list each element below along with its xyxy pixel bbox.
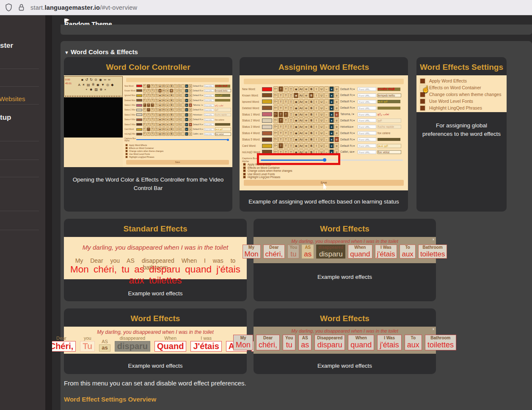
color-swatch: [262, 99, 272, 104]
checkbox-icon: [125, 150, 128, 152]
checkbox-icon: [419, 105, 426, 111]
sample-text: [378, 107, 400, 110]
card-caption: Example of assigning word effects based …: [245, 198, 403, 206]
font-url-input: Font URL.: [204, 94, 214, 97]
card-caption: Example word effects: [69, 362, 242, 370]
word-token: To aux: [400, 245, 415, 259]
checkbox-row: Highlight LingQed Phrases: [125, 155, 163, 158]
sidebar-item-languagemaster[interactable]: ster: [0, 41, 13, 50]
word-token: AS as: [298, 335, 311, 350]
checkbox-row: Apply Word Effects: [125, 143, 163, 146]
effect-icons: T⁺TTṮ◉Az⊛BIU⇔●α: [143, 123, 192, 127]
random-theme-section[interactable]: [61, 25, 532, 35]
sample-text: fuchs rapide: [215, 113, 231, 116]
font-url-input: Font URL.: [358, 125, 376, 129]
color-swatch: [136, 133, 142, 135]
screenshot-assigning-effects: New Word: T⁺TTṮ◉Az⊛BIU⇔●α Default Fc Fon…: [240, 75, 408, 190]
sidebar-item-setup[interactable]: tup: [0, 113, 11, 122]
card-word-color-controller: Word Color Controller 0:00 45:01 ■ ↺ ↻ ⊙…: [64, 57, 232, 212]
font-url-input: Font URL.: [204, 128, 214, 131]
checkbox-row: Use Word Level Fonts: [416, 98, 507, 105]
font-select: Default Fc: [340, 100, 356, 103]
font-select: Default Fc: [340, 132, 356, 135]
font-url-input: Font URL.: [358, 144, 376, 148]
effect-icons: T⁺TTṮ◉Az⊛BIU⇔●α: [273, 112, 339, 117]
effect-icons: T⁺TTṮ◉Az⊛BIU⇔●α: [273, 137, 339, 142]
checkbox-icon: [243, 169, 246, 172]
card-caption: Example word effects: [259, 273, 431, 281]
font-select: Calibri, sa: [340, 150, 356, 154]
color-swatch: [136, 113, 142, 116]
checkbox-icon: [125, 144, 128, 146]
effect-icons: T⁺TTṮ◉Az⊛BIU⇔●α: [273, 118, 339, 123]
settings-row: Ignored Word: T⁺TTṮ◉Az⊛BIU⇔●α Default Fc…: [124, 94, 231, 98]
settings-row: Status 4 Word: T⁺TTṮ◉Az⊛BIU⇔●α Default F…: [124, 118, 231, 122]
font-url-input: Font URL.: [358, 131, 376, 135]
url-text[interactable]: start.languagemaster.io/#vt-overview: [30, 4, 137, 11]
word-token: AS as: [302, 245, 314, 259]
settings-rows: New Word: T⁺TTṮ◉Az⊛BIU⇔●α Default Fc Fon…: [242, 86, 406, 155]
card-title: Word Effects: [254, 224, 436, 234]
slider-handle: [227, 139, 229, 141]
effect-icons: T⁺TTṮ◉Az⊛BIU⇔●α: [143, 108, 192, 112]
color-swatch: [136, 94, 142, 97]
effect-icons: T⁺TTṮ◉Az⊛BIU⇔●α: [273, 130, 339, 136]
settings-row: Status 3 Word: T⁺TTṮ◉Az⊛BIU⇔●α Helvetica…: [242, 124, 406, 129]
settings-row: Card Word: T⁺TTṮ◉Az⊛BIU⇔●α Default Fc Fo…: [124, 127, 231, 132]
sidebar-divider: [0, 160, 39, 160]
settings-row: Status 1 Word: T⁺TTṮ◉Az⊛BIU⇔●α Tahoma, I…: [242, 112, 406, 117]
video-control-icons: ■ ↺ ↻ ⊙ ◉ ∞ ∞ A ☀ ▤ ※ ◉ ▼ ◎ ◆ + ☻ ▨ ⊗ ×: [70, 77, 122, 92]
word-token: Bathroom toilettes: [425, 335, 456, 350]
sidebar-item-websites[interactable]: Websites: [0, 95, 25, 102]
font-select: Tahoma, I: [193, 104, 203, 106]
settings-row: noLingQ Word: T⁺TTṮ◉Az⊛BIU⇔●α Calibri, s…: [124, 132, 231, 136]
color-swatch: [262, 138, 272, 142]
font-select: Default Fc: [340, 138, 356, 141]
word-token: When quand: [348, 245, 372, 259]
word-token: Bathroom toilettes: [418, 245, 447, 259]
font-url-input: Font URL.: [358, 118, 376, 122]
color-swatch: [262, 144, 272, 148]
card-standard-effects: Standard Effects My darling, you disappe…: [64, 219, 247, 301]
expand-arrow-icon: ▼: [64, 50, 69, 55]
word-token: You tu: [287, 245, 299, 259]
font-url-input: Font URL.: [358, 106, 376, 110]
font-url-input: Font URL.: [204, 133, 214, 135]
settings-row: Status 3 Word: T⁺TTṮ◉Az⊛BIU⇔●α Helvetica…: [124, 113, 231, 117]
lock-icon[interactable]: [18, 3, 25, 11]
card-word-effects-uniform: Word Effects x My darling, you disappear…: [254, 308, 436, 374]
settings-rows: New Word: T⁺TTṮ◉Az⊛BIU⇔●α Default Fc Fon…: [124, 84, 231, 136]
sample-text: கூல் நரி: [378, 100, 400, 103]
sidebar-gutter: [45, 15, 52, 410]
color-swatch: [262, 125, 272, 129]
font-url-input: Font URL.: [204, 123, 214, 126]
sidebar: ster Websites tup: [0, 15, 45, 410]
color-swatch: [262, 93, 272, 97]
browser-address-bar[interactable]: start.languagemaster.io/#vt-overview: [0, 0, 532, 15]
shield-icon[interactable]: [5, 3, 12, 11]
effect-icons: T⁺TTṮ◉Az⊛BIU⇔●α: [143, 103, 192, 107]
panel-header-strip: [244, 79, 404, 84]
card-title: Word Effects Settings: [416, 63, 507, 72]
checkbox-row: Change colors when theme changes: [243, 169, 292, 173]
footer-link-word-effect-settings-overview[interactable]: Word Effect Settings Overview: [64, 396, 156, 403]
effect-icons: T⁺TTṮ◉Az⊛BIU⇔●α: [143, 94, 192, 97]
card-caption: Example word effects: [69, 289, 242, 298]
settings-row: Status 2 Word: T⁺TTṮ◉Az⊛BIU⇔●α Default F…: [124, 108, 231, 112]
checkbox-row: Change colors when theme changes: [125, 149, 163, 152]
phrase-translation: My darling, you disappeared when I was i…: [254, 328, 436, 333]
section-heading-word-colors-effects[interactable]: ▼Word Colors & Effects: [64, 48, 138, 55]
card-assigning-word-effects: Assigning Word Effects New Word: T⁺TTṮ◉A…: [240, 57, 408, 212]
random-theme-heading[interactable]: ▶ Random Theme: [64, 19, 112, 25]
checkbox-row: Highlight LingQed Phrases: [243, 176, 292, 179]
hand-cursor-icon: ☝: [422, 85, 430, 93]
video-frame: [64, 97, 123, 138]
font-url-input: Font URL.: [204, 104, 214, 107]
sidebar-divider: [0, 211, 39, 211]
font-select: Default Fc: [193, 124, 203, 126]
font-url-input: Font URL.: [204, 99, 214, 102]
color-swatch: [136, 109, 142, 111]
sidebar-divider: [0, 69, 39, 69]
settings-row: Known Word: T⁺TTṮ◉Az⊛BIU⇔●α Default Fc F…: [124, 88, 231, 93]
color-swatch: [136, 128, 142, 131]
